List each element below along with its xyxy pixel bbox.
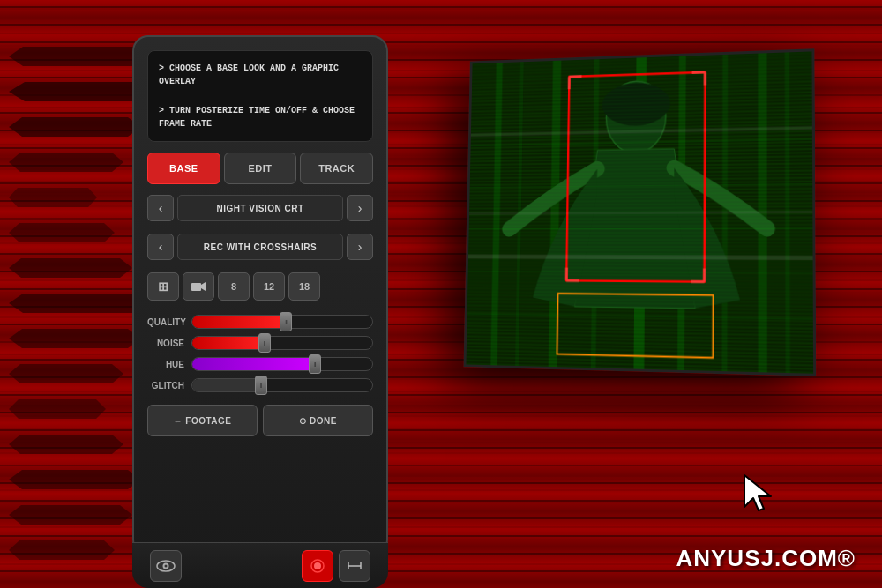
wing-shape — [9, 223, 115, 242]
svg-rect-18 — [721, 55, 728, 372]
wing-shape — [9, 364, 123, 383]
camera-icon — [191, 281, 206, 292]
svg-rect-17 — [677, 56, 686, 370]
noise-label: NOISE — [147, 339, 184, 348]
selector-next-btn-2[interactable]: › — [347, 234, 373, 260]
instruction-line1: > CHOOSE A BASE LOOK AND A GRAPHIC OVERL… — [159, 62, 362, 88]
selector-prev-btn-1[interactable]: ‹ — [147, 195, 174, 221]
instructions-box: > CHOOSE A BASE LOOK AND A GRAPHIC OVERL… — [147, 50, 373, 142]
quality-slider-fill — [192, 316, 286, 328]
tab-bar: BASE EDIT TRACK — [147, 153, 373, 184]
eye-icon — [156, 560, 176, 572]
instruction-line2: > TURN POSTERIZE TIME ON/OFF & CHOOSE FR… — [159, 104, 362, 130]
bottom-toolbar — [132, 542, 388, 588]
fit-to-frame-icon — [347, 558, 363, 574]
noise-slider-track[interactable] — [191, 336, 373, 350]
wing-row — [9, 467, 141, 492]
eye-icon-button[interactable] — [150, 550, 182, 582]
camera-icon-btn[interactable] — [183, 272, 214, 301]
wing-row — [9, 44, 150, 69]
frame-12-btn[interactable]: 12 — [253, 272, 285, 301]
wing-row — [9, 502, 132, 527]
svg-marker-42 — [744, 475, 771, 510]
noise-slider-fill — [192, 337, 265, 349]
selector-value-2: REC WITH CROSSHAIRS — [177, 234, 343, 260]
svg-point-6 — [314, 562, 321, 569]
glitch-slider-fill — [192, 379, 261, 391]
svg-point-4 — [165, 564, 168, 567]
svg-rect-0 — [191, 283, 201, 291]
chevron-left-icon: ‹ — [159, 201, 163, 215]
svg-rect-20 — [785, 52, 790, 373]
glitch-slider-handle[interactable] — [255, 376, 267, 395]
footage-button[interactable]: ← FOOTAGE — [147, 405, 258, 436]
wing-row — [9, 115, 141, 139]
wing-shape — [9, 505, 132, 525]
wing-shape — [9, 435, 123, 454]
hue-slider-track[interactable] — [191, 357, 373, 371]
cursor-arrow — [741, 472, 776, 517]
cursor-svg — [741, 472, 776, 514]
fit-button[interactable] — [339, 550, 370, 582]
tab-track[interactable]: TRACK — [300, 153, 373, 184]
hue-label: HUE — [147, 360, 184, 369]
registered-icon: ® — [838, 545, 856, 571]
frame-controls-row: ⊞ 8 12 18 — [147, 271, 373, 302]
glitch-slider-row: GLITCH — [147, 378, 373, 392]
selector-row-1: ‹ NIGHT VISION CRT › — [147, 193, 373, 223]
quality-label: QUALITY — [147, 317, 184, 327]
wing-shape — [9, 117, 141, 137]
wing-shape — [9, 188, 97, 207]
wing-row — [9, 291, 150, 316]
quality-slider-row: QUALITY — [147, 315, 373, 329]
done-button[interactable]: ⊙ DONE — [263, 405, 373, 436]
grid-icon-btn[interactable]: ⊞ — [147, 272, 179, 301]
wing-row — [9, 432, 123, 457]
wing-row — [9, 361, 123, 386]
control-panel: > CHOOSE A BASE LOOK AND A GRAPHIC OVERL… — [132, 35, 388, 555]
wing-row — [9, 220, 115, 245]
wing-row — [9, 150, 123, 175]
wing-shape — [9, 153, 123, 172]
brand-name: ANYUSJ.COM — [676, 545, 837, 571]
wing-row — [9, 397, 106, 421]
glitch-slider-track[interactable] — [191, 378, 373, 392]
chevron-right-icon: › — [358, 201, 363, 215]
hue-slider-row: HUE — [147, 357, 373, 371]
tab-edit[interactable]: EDIT — [224, 153, 297, 184]
scan-lines-overlay — [466, 51, 813, 373]
grid-icon: ⊞ — [158, 279, 168, 294]
wing-shape — [9, 47, 150, 66]
svg-rect-19 — [758, 53, 767, 373]
frame-8-btn[interactable]: 8 — [218, 272, 250, 301]
wing-shape — [9, 258, 132, 278]
wing-shape — [9, 399, 106, 419]
brand-text: ANYUSJ.COM® — [676, 545, 856, 572]
hue-slider-handle[interactable] — [309, 354, 321, 374]
preview-frame — [464, 48, 817, 376]
noise-slider-row: NOISE — [147, 336, 373, 350]
selector-value-1: NIGHT VISION CRT — [177, 195, 343, 221]
selector-row-2: ‹ REC WITH CROSSHAIRS › — [147, 232, 373, 262]
hue-slider-fill — [192, 358, 315, 370]
frame-18-btn[interactable]: 18 — [288, 272, 320, 301]
tab-base[interactable]: BASE — [147, 153, 220, 184]
quality-slider-track[interactable] — [191, 315, 373, 329]
noise-slider-handle[interactable] — [258, 333, 271, 353]
selector-next-btn-1[interactable]: › — [347, 195, 373, 221]
preview-area — [459, 53, 847, 423]
sliders-section: QUALITY NOISE HUE GLITCH — [147, 315, 373, 392]
selector-prev-btn-2[interactable]: ‹ — [147, 234, 174, 260]
quality-slider-handle[interactable] — [280, 312, 292, 331]
chevron-right-icon-2: › — [358, 240, 363, 254]
action-buttons-row: ← FOOTAGE ⊙ DONE — [147, 405, 373, 436]
wing-shape — [9, 294, 150, 313]
record-button[interactable] — [302, 550, 333, 582]
wing-row — [9, 256, 132, 280]
svg-marker-1 — [201, 282, 206, 291]
preview-content — [464, 48, 817, 376]
wing-row — [9, 185, 97, 210]
wing-row — [9, 538, 115, 562]
wing-shape — [9, 470, 141, 489]
wing-shape — [9, 540, 115, 560]
